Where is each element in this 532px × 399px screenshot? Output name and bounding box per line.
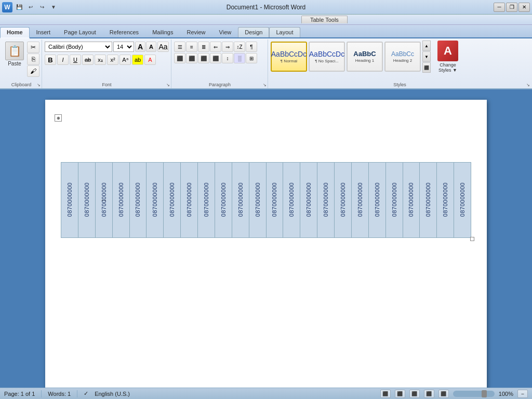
table-cell[interactable]: 0870000000 [351, 163, 368, 238]
office-button[interactable]: W [2, 2, 12, 12]
save-quick-btn[interactable]: 💾 [15, 3, 24, 11]
table-move-handle[interactable]: ⊕ [55, 114, 62, 122]
draft-view-btn[interactable]: ⬛ [438, 390, 449, 398]
font-expand-icon[interactable]: ↘ [166, 83, 170, 87]
decrease-indent-button[interactable]: ⇐ [210, 42, 221, 52]
sort-button[interactable]: ↕Z [234, 42, 245, 52]
shading-button[interactable]: ░ [234, 53, 245, 63]
highlight-button[interactable]: ab [132, 55, 143, 65]
paste-button[interactable]: 📋 Paste [3, 41, 26, 68]
table-cell[interactable]: 0870000000 [78, 163, 95, 238]
outline-view-btn[interactable]: ⬛ [424, 390, 434, 398]
cell-text: 0870000000 [135, 182, 141, 217]
tab-insert[interactable]: Insert [30, 27, 58, 37]
minimize-button[interactable]: ─ [494, 3, 505, 12]
align-right-button[interactable]: ⬛ [198, 53, 209, 63]
style-heading2[interactable]: AaBbCc Heading 2 [384, 42, 421, 72]
table-cell[interactable]: 0870000000 [317, 163, 335, 238]
justify-button[interactable]: ⬛ [210, 53, 221, 63]
underline-button[interactable]: U [70, 55, 81, 65]
font-size-select[interactable]: 14 [113, 42, 134, 52]
window-title: Document1 - Microsoft Word [227, 4, 306, 11]
bold-button[interactable]: B [45, 55, 56, 65]
align-left-button[interactable]: ⬛ [174, 53, 185, 63]
multilevel-list-button[interactable]: ≣ [198, 42, 209, 52]
change-styles-button[interactable]: A ChangeStyles ▼ [432, 38, 463, 75]
tab-view[interactable]: View [212, 27, 238, 37]
print-layout-view-btn[interactable]: ⬛ [380, 390, 391, 398]
table-resize-handle[interactable] [470, 237, 474, 241]
tab-design[interactable]: Design [238, 27, 269, 37]
font-color-button[interactable]: A [144, 55, 156, 65]
table-cell[interactable]: 0870000000 [249, 163, 266, 238]
subscript-button[interactable]: x₂ [95, 55, 106, 65]
clipboard-expand-icon[interactable]: ↘ [37, 83, 41, 87]
table-cell[interactable]: 0870000000 [420, 163, 437, 238]
change-case-button[interactable]: Aa [157, 42, 169, 52]
show-formatting-button[interactable]: ¶ [246, 42, 257, 52]
full-reading-view-btn[interactable]: ⬛ [395, 390, 405, 398]
table-cell[interactable]: 0870000000 [368, 163, 385, 238]
restore-button[interactable]: ❐ [506, 3, 517, 12]
quick-access-dropdown[interactable]: ▼ [49, 3, 58, 11]
table-cell[interactable]: 0870000000 [335, 163, 352, 238]
paragraph-expand-icon[interactable]: ↘ [263, 83, 267, 87]
style-heading1[interactable]: AaBbC Heading 1 [347, 42, 383, 72]
styles-scroll-down[interactable]: ▼ [422, 51, 431, 62]
language-info[interactable]: English (U.S.) [95, 391, 130, 397]
tab-page-layout[interactable]: Page Layout [57, 27, 103, 37]
table-cell[interactable]: 0870000000 [215, 163, 232, 238]
zoom-slider[interactable] [453, 391, 495, 397]
cell-text: 0870000000 [305, 182, 312, 217]
table-cell[interactable]: 0870000000 [181, 163, 198, 238]
document-table[interactable]: 08700000000870000000↔0870000000087000000… [61, 162, 471, 238]
tab-references[interactable]: References [103, 27, 145, 37]
cut-button[interactable]: ✂ [27, 42, 39, 53]
format-painter-button[interactable]: 🖌 [27, 65, 39, 77]
tab-home[interactable]: Home [0, 27, 30, 38]
italic-button[interactable]: I [57, 55, 69, 65]
web-layout-view-btn[interactable]: ⬛ [409, 390, 420, 398]
line-spacing-button[interactable]: ↕ [222, 53, 233, 63]
table-cell[interactable]: 0870000000 [403, 163, 420, 238]
styles-scroll-up[interactable]: ▲ [422, 41, 431, 51]
shrink-font-button[interactable]: A [146, 42, 156, 52]
table-cell[interactable]: 0870000000 [454, 163, 471, 238]
table-cell[interactable]: 0870000000 [112, 163, 129, 238]
tab-review[interactable]: Review [180, 27, 212, 37]
increase-indent-button[interactable]: ⇒ [222, 42, 233, 52]
strikethrough-button[interactable]: ab [82, 55, 94, 65]
text-effects-button[interactable]: Aᵃ [119, 55, 131, 65]
copy-button[interactable]: ⎘ [27, 54, 39, 65]
table-cell[interactable]: 0870000000 [385, 163, 403, 238]
table-cell[interactable]: 0870000000 [198, 163, 215, 238]
zoom-out-button[interactable]: – [517, 390, 528, 398]
styles-expand-icon[interactable]: ↘ [526, 83, 530, 87]
superscript-button[interactable]: x² [107, 55, 118, 65]
table-cell[interactable]: 0870000000 [266, 163, 283, 238]
table-cell[interactable]: 0870000000 [283, 163, 300, 238]
tab-mailings[interactable]: Mailings [145, 27, 180, 37]
spell-check-icon[interactable]: ✓ [84, 390, 88, 397]
center-button[interactable]: ⬛ [186, 53, 197, 63]
close-button[interactable]: ✕ [518, 3, 530, 12]
table-cell[interactable]: ↔0870000000 [95, 163, 112, 238]
borders-button[interactable]: ⊞ [246, 53, 257, 63]
undo-quick-btn[interactable]: ↩ [26, 3, 35, 11]
styles-gallery-expand[interactable]: ⬛ [422, 62, 431, 73]
style-normal[interactable]: AaBbCcDc ¶ Normal [271, 42, 307, 72]
redo-quick-btn[interactable]: ↪ [37, 3, 47, 11]
table-cell[interactable]: 0870000000 [129, 163, 147, 238]
bullets-button[interactable]: ☰ [174, 42, 185, 52]
table-cell[interactable]: 0870000000 [300, 163, 317, 238]
table-cell[interactable]: 0870000000 [61, 163, 78, 238]
font-name-select[interactable]: Calibri (Body) [45, 42, 112, 52]
table-cell[interactable]: 0870000000 [232, 163, 249, 238]
tab-layout[interactable]: Layout [269, 27, 300, 37]
table-cell[interactable]: 0870000000 [164, 163, 181, 238]
table-cell[interactable]: 0870000000 [147, 163, 164, 238]
numbering-button[interactable]: ≡ [186, 42, 197, 52]
style-no-spacing[interactable]: AaBbCcDc ¶ No Spaci... [309, 42, 345, 72]
grow-font-button[interactable]: A [135, 42, 145, 52]
table-cell[interactable]: 0870000000 [437, 163, 454, 238]
